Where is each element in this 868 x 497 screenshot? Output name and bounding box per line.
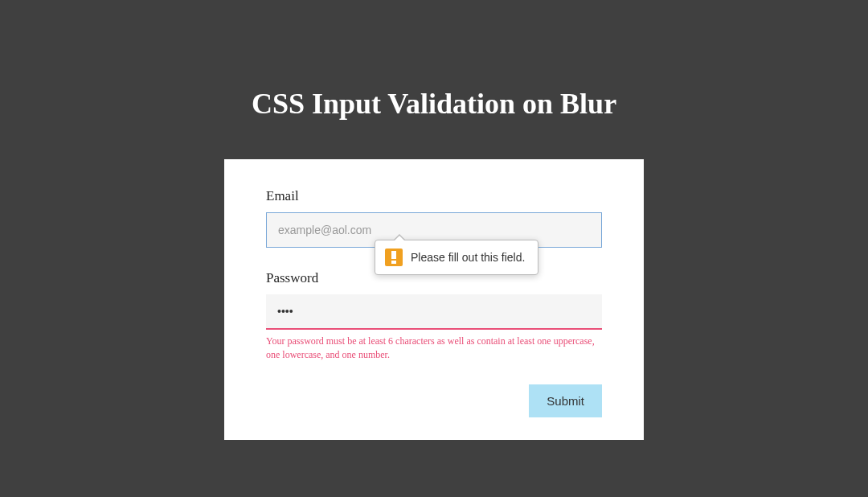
email-label: Email (266, 188, 602, 204)
tooltip-message: Please fill out this field. (411, 251, 525, 264)
svg-rect-0 (391, 251, 396, 259)
svg-rect-1 (391, 261, 396, 264)
email-field-group: Email (266, 188, 602, 248)
validation-tooltip: Please fill out this field. (375, 240, 538, 275)
password-error: Your password must be at least 6 charact… (266, 335, 602, 362)
password-field-group: Password Your password must be at least … (266, 270, 602, 362)
page-title: CSS Input Validation on Blur (0, 87, 868, 121)
form-actions: Submit (266, 384, 602, 417)
form-card: Email Password Your password must be at … (224, 159, 644, 440)
warning-icon (385, 249, 403, 266)
submit-button[interactable]: Submit (529, 384, 602, 417)
password-input[interactable] (266, 294, 602, 330)
